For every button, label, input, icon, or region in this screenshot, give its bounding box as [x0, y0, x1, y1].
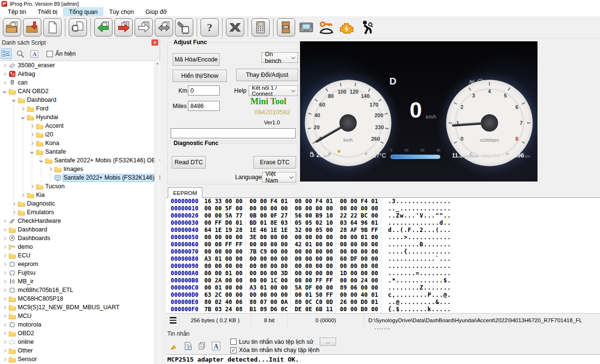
splitter-handle[interactable]: ▪▪▪▪▪▪▪	[166, 327, 600, 330]
browse-button[interactable]: ...	[320, 338, 336, 346]
hex-ascii[interactable]: ..@.........&...	[381, 299, 451, 306]
dashboard-lcd-icon[interactable]	[297, 18, 315, 36]
hex-bytes-group[interactable]: 00 00 01 00	[336, 234, 381, 241]
hamburger-menu-icon[interactable]	[166, 314, 179, 327]
open-script-icon[interactable]	[3, 18, 21, 36]
hex-bytes-group[interactable]: 80 02 40 06	[200, 299, 246, 306]
hex-row[interactable]: 0000005000 00 00 003E 00 00 0000 00 00 0…	[166, 234, 600, 241]
hex-ascii[interactable]: ..Zw...'V...""..	[381, 212, 451, 219]
hex-bytes-group[interactable]: 00 00 00 00	[291, 248, 336, 255]
hex-ascii[interactable]: c,........P...@.	[381, 291, 451, 299]
tree-item-santafe[interactable]: Santafe	[0, 147, 160, 156]
collapsed-chevron-icon[interactable]	[3, 63, 6, 67]
hex-bytes-group[interactable]: 0B 00 0F 27	[246, 212, 291, 219]
tree-item-accent[interactable]: Accent	[0, 121, 160, 130]
hex-row[interactable]: 0000007000 00 00 007B C9 00 0000 00 00 0…	[166, 248, 600, 255]
search-button[interactable]	[15, 49, 25, 59]
hex-bytes-group[interactable]: 00 00 00 00	[200, 248, 246, 255]
hex-bytes-group[interactable]: 42 01 00 00	[291, 241, 336, 248]
edit-chip-icon[interactable]	[175, 18, 193, 36]
save-history-checkbox[interactable]	[230, 339, 237, 345]
tree-item-santafe-2022-mobis-fs32k146-obd2[interactable]: Santafe 2022+ Mobis (FS32K146) OBD2	[0, 156, 160, 165]
hex-bytes-group[interactable]: 00 00 00 00	[246, 291, 291, 299]
hex-row[interactable]: 0000002000 00 5A 770B 00 0F 2756 00 B9 1…	[166, 212, 600, 219]
hex-bytes-group[interactable]: 00 00 00 00	[291, 234, 336, 241]
language-select[interactable]: Việt Nam	[262, 172, 296, 182]
adjust-button[interactable]: Thay Đổi/Adjust	[236, 69, 298, 81]
bench-select[interactable]: On bench	[262, 52, 298, 63]
engine-dtc-icon[interactable]	[338, 18, 356, 36]
hex-bytes-group[interactable]: 80 0C C0 0D	[291, 299, 336, 306]
hex-row[interactable]: 000000F07B 03 24 08B1 09 D6 0CDE 0E 6B 1…	[166, 306, 600, 313]
hex-ascii[interactable]: .............d..	[381, 219, 451, 227]
hex-bytes-group[interactable]: 00 FF D0 01	[200, 219, 246, 227]
tree-item-obd2[interactable]: OBD2	[0, 329, 160, 338]
tree-item-santafe-2022-mobis-fs32k146-obd2[interactable]: Santafe 2022+ Mobis (FS32K146) OBD2.	[0, 173, 160, 182]
collapsed-chevron-icon[interactable]	[3, 340, 6, 343]
hex-bytes-group[interactable]: 22 22 BC 00	[336, 212, 381, 219]
font-log-icon[interactable]: A	[211, 340, 221, 351]
tree-item-ecu[interactable]: ECU	[0, 251, 160, 260]
tree-item-emulators[interactable]: Emulators	[0, 208, 160, 217]
read-dtc-button[interactable]: Read DTC	[172, 156, 206, 169]
hex-bytes-group[interactable]: 03 64 96 01	[336, 219, 381, 227]
tree-item-dashboards[interactable]: Dashboards	[0, 234, 160, 243]
hex-row[interactable]: 000000D063 2C 00 0000 00 00 0000 01 50 F…	[166, 291, 600, 299]
tree-item-can-obd2[interactable]: CAN OBD2	[0, 87, 160, 96]
key-immo-icon[interactable]	[317, 18, 336, 36]
hex-bytes-group[interactable]: 00 01 00 00	[200, 284, 246, 291]
hex-bytes-group[interactable]: 80 07 00 0A	[246, 299, 291, 306]
expanded-chevron-icon[interactable]	[39, 158, 43, 162]
hex-bytes-group[interactable]: BD 01 8E 03	[246, 219, 291, 227]
collapsed-chevron-icon[interactable]	[3, 228, 6, 231]
tree-item-kia[interactable]: Kia	[0, 191, 160, 199]
collapsed-chevron-icon[interactable]	[3, 219, 6, 222]
hex-bytes-group[interactable]: 00 00 00 00	[336, 263, 381, 270]
hex-bytes-group[interactable]: 00 00 00 00	[336, 205, 381, 212]
tree-item-mc68hc805p18[interactable]: MC68HC805P18	[0, 294, 160, 303]
collapsed-chevron-icon[interactable]	[3, 323, 6, 326]
show-button[interactable]: Hiển thị/Show	[173, 70, 227, 82]
hex-ascii[interactable]: ....{...........	[381, 248, 451, 255]
hex-row[interactable]: 00000080A3 01 00 0000 00 00 0000 00 00 0…	[166, 255, 600, 263]
tree-item-sensor[interactable]: Sensor	[0, 355, 160, 364]
hex-row[interactable]: 0000004064 1E 19 281E 46 1E 1E32 00 05 0…	[166, 227, 600, 234]
collapsed-chevron-icon[interactable]	[3, 236, 6, 240]
exit-door-icon[interactable]: EXIT	[277, 18, 295, 36]
tree-item-images[interactable]: Images	[0, 165, 160, 173]
write-chip-icon[interactable]	[114, 18, 133, 36]
hex-bytes-group[interactable]: 89 06 00 00	[336, 284, 381, 291]
tree-item-mcu[interactable]: MCU	[0, 312, 160, 320]
airbag-reset-icon[interactable]	[358, 18, 376, 36]
collapsed-chevron-icon[interactable]	[3, 297, 6, 300]
hex-bytes-group[interactable]: 00 00 F4 01	[336, 198, 381, 205]
hex-bytes-group[interactable]: 00 00 00 00	[291, 255, 336, 263]
hex-row[interactable]: 000000E080 02 40 0680 07 00 0A80 0C C0 0…	[166, 299, 600, 306]
hex-bytes-group[interactable]: 00 00 00 00	[246, 263, 291, 270]
tree-item-i20[interactable]: i20	[0, 130, 160, 139]
hex-bytes-group[interactable]: 00 00 00 00	[291, 263, 336, 270]
hex-bytes-group[interactable]: 05 05 02 10	[291, 219, 336, 227]
hex-ascii[interactable]: {.$.......k.....	[381, 306, 451, 313]
tree-item-tucson[interactable]: Tucson	[0, 182, 160, 191]
hex-bytes-group[interactable]: 00 00 00 00	[291, 270, 336, 277]
tree-item-mb-ir[interactable]: MB_ir	[0, 277, 160, 286]
collapsed-chevron-icon[interactable]	[3, 254, 6, 257]
collapsed-chevron-icon[interactable]	[3, 279, 6, 283]
collapsed-chevron-icon[interactable]	[3, 331, 6, 335]
tree-item-checkhardware[interactable]: CheckHardware	[0, 217, 160, 225]
read-chip-icon[interactable]	[94, 18, 112, 36]
hex-ascii[interactable]: ........Z.......	[381, 284, 451, 291]
hex-bytes-group[interactable]: 60 DF 00 00	[336, 255, 381, 263]
collapsed-chevron-icon[interactable]	[12, 202, 15, 205]
hex-bytes-group[interactable]: DE 0E 6B 11	[291, 306, 336, 313]
collapsed-chevron-icon[interactable]	[3, 245, 6, 248]
menu-item-5[interactable]: Giúp đỡ	[139, 7, 173, 16]
hex-bytes-group[interactable]: 26 00 D0 01	[336, 299, 381, 306]
connect-select[interactable]: Kết nối 1 / Connect	[249, 85, 298, 96]
hex-bytes-group[interactable]: 00 00 B0 00	[336, 306, 381, 313]
tree-item-kona[interactable]: Kona	[0, 139, 160, 147]
hex-bytes-group[interactable]: 00 00 00 00	[246, 241, 291, 248]
hex-ascii[interactable]: ............`...	[381, 255, 451, 263]
tree-item-dashboard[interactable]: Dashboard	[0, 225, 160, 234]
